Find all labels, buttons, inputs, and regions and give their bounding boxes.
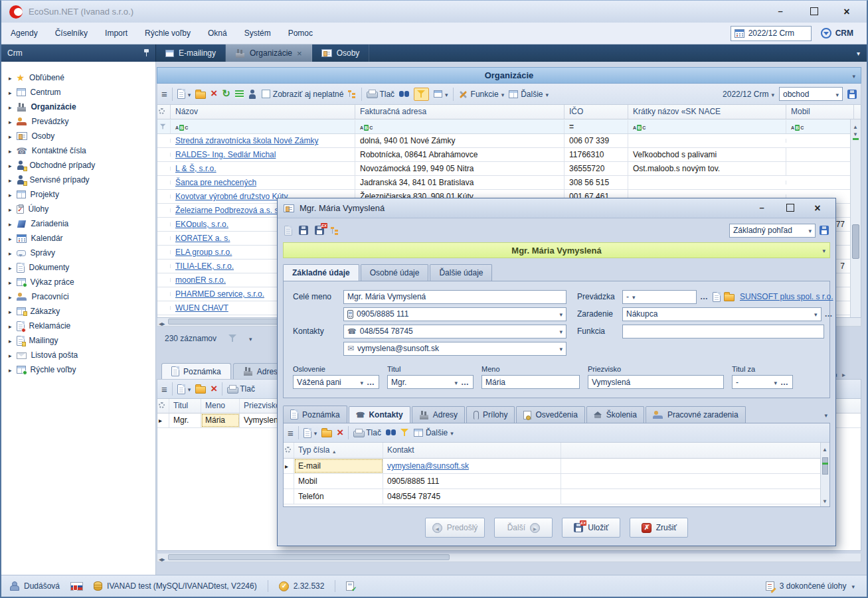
toolbar-period[interactable]: 2022/12 Crm	[723, 90, 774, 99]
more-menu[interactable]: Ďalšie	[414, 428, 454, 437]
panel-dropdown-icon[interactable]	[852, 71, 855, 80]
sidebar-item-reklamacie[interactable]: Reklamácie	[1, 319, 155, 333]
filter-nace[interactable]	[628, 120, 786, 133]
filter-status-icon[interactable]	[228, 335, 237, 342]
save-icon[interactable]	[299, 226, 308, 235]
column-header-titul[interactable]: Titul	[169, 399, 201, 413]
sidebar-item-dokumenty[interactable]: Dokumenty	[1, 260, 155, 275]
filter-adresa[interactable]	[355, 120, 564, 133]
hierarchy-icon[interactable]	[331, 226, 339, 235]
gear-icon[interactable]	[285, 447, 291, 453]
gear-icon[interactable]	[159, 402, 165, 408]
more-menu[interactable]: Ďalšie	[509, 90, 549, 99]
column-header-meno[interactable]: Meno	[201, 399, 240, 413]
save-view-icon[interactable]	[820, 226, 829, 235]
tabstrip-dropdown-icon[interactable]	[850, 44, 867, 62]
search-icon[interactable]	[386, 429, 396, 436]
sidebar-item-pracovnici[interactable]: Pracovníci	[1, 289, 155, 304]
menu-system[interactable]: Systém	[244, 29, 271, 38]
filter-mobil[interactable]	[786, 120, 854, 133]
menu-rychle-volby[interactable]: Rýchle voľby	[145, 29, 191, 38]
tabs-scroll-right-icon[interactable]	[842, 370, 845, 379]
slovak-flag-icon[interactable]	[70, 582, 83, 591]
view-selector[interactable]: obchod	[779, 87, 843, 101]
tab-poznamka[interactable]: Poznámka	[161, 363, 231, 379]
subtab-prilohy[interactable]: Prílohy	[466, 406, 515, 423]
maximize-button[interactable]	[808, 6, 819, 18]
delete-button[interactable]	[337, 428, 343, 438]
delete-button[interactable]	[211, 89, 217, 99]
open-folder-icon[interactable]	[724, 294, 735, 301]
table-row[interactable]: RALDES- Ing. Sedlár MichalRobotnícka, 08…	[157, 148, 861, 162]
contact-row[interactable]: E-mail vymyslena@sunsoft.sk	[284, 459, 829, 474]
filter-button-active[interactable]	[414, 88, 429, 101]
subtab-osvedcenia[interactable]: Osvedčenia	[516, 406, 584, 423]
refresh-button[interactable]	[222, 89, 230, 99]
table-row[interactable]: L & Š, s.r.o.Novozámocká 199, 949 05 Nit…	[157, 162, 861, 176]
functions-menu[interactable]: Funkcie	[458, 90, 505, 99]
print-button[interactable]: Tlač	[353, 428, 381, 437]
save-close-icon[interactable]	[315, 226, 324, 235]
save-view-icon[interactable]	[847, 90, 857, 99]
checkbox[interactable]	[262, 90, 270, 98]
delete-button[interactable]	[211, 384, 217, 394]
dialog-maximize-button[interactable]	[784, 202, 795, 214]
org-link[interactable]: moonER s.r.o.	[175, 275, 226, 285]
org-link[interactable]: EKOpuls, s.r.o.	[175, 220, 228, 229]
hierarchy-button[interactable]	[348, 90, 357, 98]
filter-ico[interactable]	[564, 120, 628, 133]
open-button[interactable]	[195, 386, 206, 394]
sidebar-item-spravy[interactable]: Správy	[1, 246, 155, 260]
tab-osobne-udaje[interactable]: Osobné údaje	[361, 264, 429, 281]
new-record-button[interactable]	[177, 384, 191, 394]
new-doc-icon[interactable]	[713, 292, 721, 302]
period-selector[interactable]: 2022/12 Crm	[731, 26, 812, 41]
tab-close-icon[interactable]	[297, 48, 302, 58]
table-row[interactable]: Stredná zdravotnícka škola Nové Zámkydol…	[157, 134, 861, 148]
detail-horizontal-scrollbar[interactable]	[157, 554, 861, 562]
tab-zakladne-udaje[interactable]: Základné údaje	[283, 264, 359, 281]
subtab-pracovne-zaradenia[interactable]: Pracovné zaradenia	[646, 406, 746, 423]
org-link[interactable]: PHARMED service, s.r.o.	[175, 289, 264, 299]
next-button[interactable]: Ďalší	[494, 518, 553, 538]
cancel-button[interactable]: Zrušiť	[630, 518, 688, 538]
vertical-scrollbar[interactable]	[850, 119, 861, 317]
meno-input[interactable]: Mária	[481, 375, 580, 389]
sidebar-item-listova-posta[interactable]: Listová pošta	[1, 348, 155, 362]
sidebar-item-osoby[interactable]: Osoby	[1, 129, 155, 143]
new-record-button[interactable]	[177, 89, 191, 99]
scroll-right-icon[interactable]	[161, 319, 165, 328]
titul-combo[interactable]: Mgr.	[387, 375, 474, 389]
org-link[interactable]: KORATEX a. s.	[175, 234, 230, 243]
prevadzka-combo[interactable]: -	[622, 290, 697, 304]
email-combo[interactable]: vymyslena@sunsoft.sk	[343, 342, 566, 356]
new-record-button[interactable]	[304, 428, 317, 438]
menu-import[interactable]: Import	[105, 29, 128, 38]
dialog-minimize-button[interactable]	[756, 202, 767, 214]
open-button[interactable]	[321, 430, 332, 437]
close-button[interactable]	[841, 6, 852, 18]
column-header-typ-cisla[interactable]: Typ čísla	[294, 443, 383, 458]
full-name-input[interactable]: Mgr. Mária Vymyslená	[343, 290, 566, 304]
company-link[interactable]: SUNSOFT plus spol. s r.o.	[740, 292, 833, 301]
org-link[interactable]: Kovotvar výrobné družstvo Kúty	[175, 192, 288, 201]
version-info[interactable]: 2.32.532	[279, 581, 325, 591]
sidebar-item-vykaz-prace[interactable]: Výkaz práce	[1, 275, 155, 289]
dialog-close-button[interactable]	[812, 202, 823, 214]
print-button[interactable]: Tlač	[227, 384, 255, 394]
menu-agendy[interactable]: Agendy	[11, 29, 38, 38]
sidebar-item-zakazky[interactable]: Zákazky	[1, 304, 155, 319]
menu-ciselniky[interactable]: Číselníky	[55, 29, 88, 38]
minimize-button[interactable]	[775, 6, 786, 18]
vertical-scrollbar[interactable]	[820, 443, 829, 506]
print-button[interactable]: Tlač	[367, 90, 394, 99]
org-link[interactable]: RALDES- Ing. Sedlár Michal	[175, 150, 276, 159]
column-header-nazov[interactable]: Názov	[171, 105, 355, 119]
tab-organizacie[interactable]: Organizácie	[226, 44, 312, 62]
filter-dropdown-icon[interactable]	[249, 334, 252, 343]
tab-osoby[interactable]: Osoby	[312, 44, 370, 62]
scroll-down-icon[interactable]	[853, 129, 858, 138]
sidebar-item-mailingy[interactable]: Mailingy	[1, 333, 155, 348]
menu-icon[interactable]	[288, 427, 294, 439]
show-invalid-checkbox[interactable]: Zobraziť aj neplatné	[262, 90, 344, 99]
